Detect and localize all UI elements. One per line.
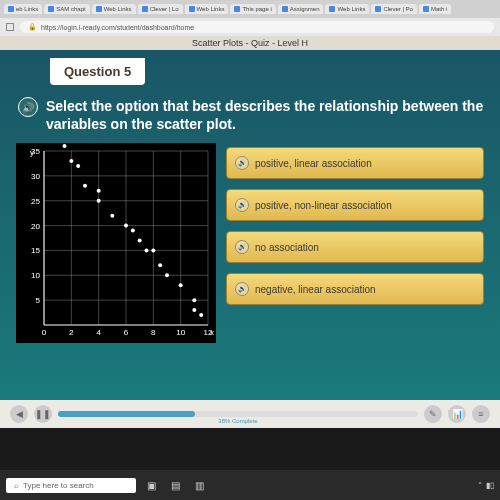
taskbar-tray[interactable]: ˄ ▮▯ [478, 481, 494, 490]
progress-label: 38% Complete [218, 418, 257, 424]
svg-point-41 [138, 239, 142, 243]
svg-text:20: 20 [31, 222, 40, 231]
browser-tab[interactable]: This page i [230, 4, 275, 14]
svg-point-39 [124, 224, 128, 228]
svg-point-37 [97, 199, 101, 203]
scatter-plot: 0246810125101520253035yx [16, 143, 216, 343]
pause-button[interactable]: ❚❚ [34, 405, 52, 423]
svg-point-40 [131, 229, 135, 233]
svg-text:25: 25 [31, 197, 40, 206]
search-placeholder: Type here to search [23, 481, 94, 490]
option-text: no association [255, 242, 319, 253]
tool-button[interactable]: 📊 [448, 405, 466, 423]
svg-point-35 [83, 184, 87, 188]
speaker-icon[interactable]: 🔊 [235, 198, 249, 212]
browser-tab[interactable]: Clever | Po [371, 4, 417, 14]
svg-point-33 [69, 159, 73, 163]
home-icon[interactable] [6, 23, 14, 31]
battery-icon: ▮▯ [486, 481, 494, 490]
browser-tab[interactable]: Clever | Lo [138, 4, 183, 14]
url-text: https://login.i-ready.com/student/dashbo… [41, 24, 194, 31]
browser-tab[interactable]: Math i [419, 4, 451, 14]
svg-text:10: 10 [176, 328, 185, 337]
prompt-row: 🔊 Select the option that best describes … [18, 97, 486, 133]
svg-point-42 [145, 249, 149, 253]
svg-text:0: 0 [42, 328, 47, 337]
svg-point-38 [110, 214, 114, 218]
svg-point-43 [151, 249, 155, 253]
browser-tab[interactable]: Web Links [185, 4, 229, 14]
svg-text:6: 6 [124, 328, 129, 337]
question-label: Question 5 [50, 58, 145, 85]
speaker-icon[interactable]: 🔊 [235, 240, 249, 254]
answer-option[interactable]: 🔊 negative, linear association [226, 273, 484, 305]
svg-text:4: 4 [96, 328, 101, 337]
svg-point-49 [199, 313, 203, 317]
svg-text:8: 8 [151, 328, 156, 337]
speaker-icon[interactable]: 🔊 [235, 282, 249, 296]
address-bar[interactable]: 🔒 https://login.i-ready.com/student/dash… [20, 21, 494, 33]
svg-point-44 [158, 264, 162, 268]
progress-bar[interactable]: 38% Complete [58, 411, 418, 417]
svg-text:x: x [210, 328, 214, 337]
tool-button[interactable]: ≡ [472, 405, 490, 423]
content-row: 0246810125101520253035yx 🔊 positive, lin… [10, 143, 490, 343]
svg-point-32 [63, 144, 67, 148]
lock-icon: 🔒 [28, 23, 37, 31]
taskbar-app-icon[interactable]: ▣ [142, 476, 160, 494]
favicon-icon [142, 6, 148, 12]
svg-point-46 [179, 284, 183, 288]
address-row: 🔒 https://login.i-ready.com/student/dash… [0, 18, 500, 36]
favicon-icon [329, 6, 335, 12]
taskbar-search[interactable]: ⌕ Type here to search [6, 478, 136, 493]
search-icon: ⌕ [14, 481, 19, 490]
option-text: positive, linear association [255, 158, 372, 169]
answer-options: 🔊 positive, linear association 🔊 positiv… [226, 143, 484, 343]
svg-text:5: 5 [36, 297, 41, 306]
lesson-area: Question 5 🔊 Select the option that best… [0, 50, 500, 400]
browser-tab[interactable]: Web Links [92, 4, 136, 14]
favicon-icon [8, 6, 14, 12]
answer-option[interactable]: 🔊 positive, non-linear association [226, 189, 484, 221]
option-text: positive, non-linear association [255, 200, 392, 211]
browser-tab[interactable]: Assignmen [278, 4, 324, 14]
page-title: Scatter Plots - Quiz - Level H [0, 36, 500, 50]
chevron-up-icon[interactable]: ˄ [478, 481, 482, 490]
favicon-icon [96, 6, 102, 12]
favicon-icon [48, 6, 54, 12]
answer-option[interactable]: 🔊 no association [226, 231, 484, 263]
back-button[interactable]: ◀ [10, 405, 28, 423]
browser-tab[interactable]: SAM chapt [44, 4, 89, 14]
svg-point-45 [165, 274, 169, 278]
taskbar-app-icon[interactable]: ▥ [190, 476, 208, 494]
favicon-icon [423, 6, 429, 12]
browser-tab[interactable]: eb Links [4, 4, 42, 14]
player-bar: ◀ ❚❚ 38% Complete ✎ 📊 ≡ [0, 400, 500, 428]
browser-tab[interactable]: Web Links [325, 4, 369, 14]
svg-point-48 [192, 308, 196, 312]
progress-fill [58, 411, 195, 417]
favicon-icon [234, 6, 240, 12]
taskbar-app-icon[interactable]: ▤ [166, 476, 184, 494]
prompt-text: Select the option that best describes th… [46, 97, 486, 133]
answer-option[interactable]: 🔊 positive, linear association [226, 147, 484, 179]
svg-text:30: 30 [31, 172, 40, 181]
favicon-icon [375, 6, 381, 12]
speaker-icon[interactable]: 🔊 [18, 97, 38, 117]
svg-point-36 [97, 189, 101, 193]
svg-text:2: 2 [69, 328, 74, 337]
svg-text:y: y [30, 148, 34, 157]
speaker-icon[interactable]: 🔊 [235, 156, 249, 170]
taskbar: ⌕ Type here to search ▣ ▤ ▥ ˄ ▮▯ [0, 470, 500, 500]
favicon-icon [189, 6, 195, 12]
tabs-row: eb Links SAM chapt Web Links Clever | Lo… [0, 0, 500, 18]
favicon-icon [282, 6, 288, 12]
svg-point-47 [192, 299, 196, 303]
svg-text:15: 15 [31, 247, 40, 256]
svg-text:10: 10 [31, 272, 40, 281]
option-text: negative, linear association [255, 284, 376, 295]
svg-point-34 [76, 164, 80, 168]
tool-button[interactable]: ✎ [424, 405, 442, 423]
browser-chrome: eb Links SAM chapt Web Links Clever | Lo… [0, 0, 500, 36]
